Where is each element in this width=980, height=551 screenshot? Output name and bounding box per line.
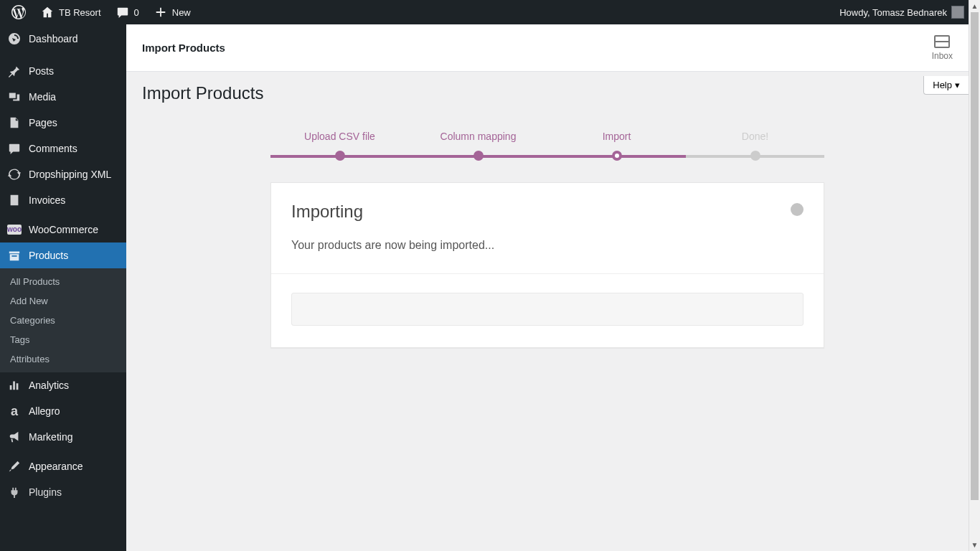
menu-woocommerce[interactable]: woo WooCommerce <box>0 217 126 242</box>
step-dot <box>473 151 484 161</box>
menu-marketing[interactable]: Marketing <box>0 424 126 450</box>
comments-count: 0 <box>134 7 139 18</box>
step-label: Done! <box>686 131 824 142</box>
megaphone-icon <box>7 430 22 444</box>
new-label: New <box>172 7 191 18</box>
inbox-icon <box>934 35 950 48</box>
menu-label: Dashboard <box>29 32 78 46</box>
step-label: Upload CSV file <box>270 131 409 142</box>
chart-icon <box>7 378 22 392</box>
brush-icon <box>7 459 22 474</box>
admin-sidebar: Dashboard Posts Media Pages Comments Dro… <box>0 24 126 551</box>
content-area: Import Products Inbox Help ▾ Import Prod… <box>126 24 969 551</box>
step-dot <box>750 151 760 161</box>
menu-label: WooCommerce <box>29 222 98 237</box>
admin-bar: TB Resort 0 New Howdy, Tomasz Bednarek <box>0 0 980 24</box>
import-wizard: Upload CSV file Column mapping Import Do… <box>270 131 824 348</box>
scroll-down-button[interactable]: ▼ <box>969 539 980 551</box>
menu-media[interactable]: Media <box>0 84 126 110</box>
menu-pages[interactable]: Pages <box>0 110 126 136</box>
spinner-icon <box>791 203 804 216</box>
submenu-add-new[interactable]: Add New <box>0 291 126 311</box>
topbar-title: Import Products <box>142 42 225 54</box>
site-home-link[interactable]: TB Resort <box>34 0 107 24</box>
menu-allegro[interactable]: a Allegro <box>0 398 126 424</box>
menu-label: Analytics <box>29 378 69 392</box>
home-icon <box>40 5 55 19</box>
account-link[interactable]: Howdy, Tomasz Bednarek <box>834 0 970 24</box>
menu-dropshipping[interactable]: Dropshipping XML <box>0 161 126 187</box>
menu-label: Media <box>29 90 56 104</box>
menu-appearance[interactable]: Appearance <box>0 453 126 479</box>
import-card: Importing Your products are now being im… <box>270 182 824 348</box>
wordpress-icon <box>11 5 26 19</box>
products-submenu: All Products Add New Categories Tags Att… <box>0 268 126 372</box>
card-heading: Importing <box>291 202 804 222</box>
menu-plugins[interactable]: Plugins <box>0 479 126 505</box>
avatar-icon <box>951 6 964 19</box>
inbox-button[interactable]: Inbox <box>932 35 953 61</box>
menu-label: Comments <box>29 141 77 156</box>
menu-label: Posts <box>29 64 54 78</box>
page-topbar: Import Products Inbox <box>126 24 969 72</box>
plus-icon <box>154 5 168 19</box>
invoice-icon <box>7 193 22 207</box>
comment-icon <box>116 5 130 19</box>
help-toggle[interactable]: Help ▾ <box>923 76 969 95</box>
page-title: Import Products <box>142 83 953 103</box>
menu-label: Pages <box>29 116 57 130</box>
menu-label: Products <box>29 248 68 263</box>
comment-icon <box>7 141 22 156</box>
products-icon <box>7 248 22 263</box>
menu-label: Invoices <box>29 193 65 207</box>
comments-link[interactable]: 0 <box>110 0 145 24</box>
new-content-link[interactable]: New <box>148 0 197 24</box>
card-message: Your products are now being imported... <box>291 239 804 252</box>
submenu-all-products[interactable]: All Products <box>0 272 126 291</box>
step-dot <box>335 151 345 161</box>
woocommerce-icon: woo <box>7 225 22 235</box>
page-icon <box>7 116 22 130</box>
menu-invoices[interactable]: Invoices <box>0 187 126 213</box>
progress-bar <box>291 293 804 326</box>
menu-dashboard[interactable]: Dashboard <box>0 24 126 55</box>
allegro-icon: a <box>7 404 22 418</box>
pin-icon <box>7 64 22 78</box>
submenu-tags[interactable]: Tags <box>0 330 126 349</box>
media-icon <box>7 90 22 104</box>
submenu-categories[interactable]: Categories <box>0 311 126 330</box>
howdy-text: Howdy, Tomasz Bednarek <box>839 7 947 18</box>
menu-posts[interactable]: Posts <box>0 58 126 84</box>
dashboard-icon <box>7 32 22 46</box>
wizard-steps: Upload CSV file Column mapping Import Do… <box>270 131 824 161</box>
menu-comments[interactable]: Comments <box>0 136 126 161</box>
menu-analytics[interactable]: Analytics <box>0 372 126 398</box>
help-label: Help <box>933 80 952 90</box>
menu-label: Marketing <box>29 430 72 444</box>
refresh-icon <box>7 167 22 182</box>
inbox-label: Inbox <box>932 51 953 61</box>
step-label: Column mapping <box>409 131 547 142</box>
submenu-attributes[interactable]: Attributes <box>0 349 126 369</box>
scroll-up-button[interactable]: ▲ <box>969 0 980 12</box>
wp-logo[interactable] <box>6 0 32 24</box>
chevron-down-icon: ▾ <box>955 80 960 90</box>
menu-label: Dropshipping XML <box>29 167 111 182</box>
menu-label: Plugins <box>29 485 62 499</box>
step-label: Import <box>547 131 686 142</box>
menu-label: Appearance <box>29 459 83 474</box>
menu-label: Allegro <box>29 404 60 418</box>
step-dot <box>612 151 622 161</box>
scroll-thumb[interactable] <box>971 12 979 500</box>
plugin-icon <box>7 485 22 499</box>
site-name: TB Resort <box>59 7 101 18</box>
menu-products[interactable]: Products <box>0 242 126 268</box>
scrollbar[interactable]: ▲ ▼ <box>969 0 980 551</box>
